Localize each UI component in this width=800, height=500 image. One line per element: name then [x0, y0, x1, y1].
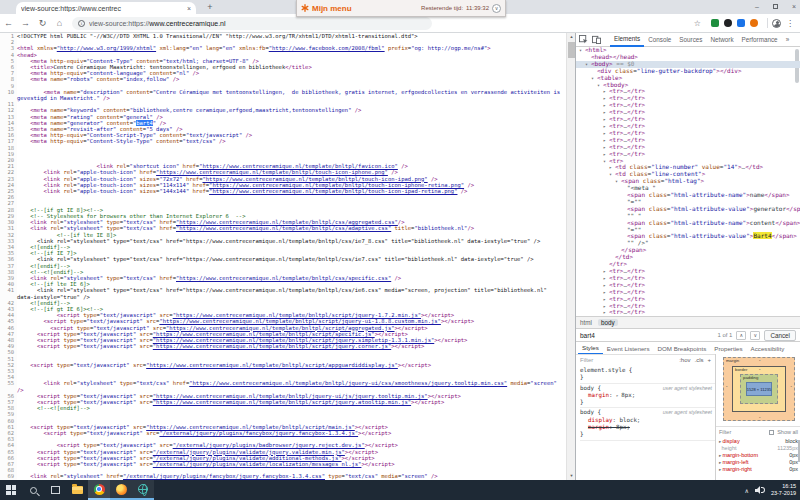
find-cancel-button[interactable]: Cancel: [764, 330, 796, 341]
address-bar[interactable]: i view-source:https://www.centreceramiqu…: [72, 17, 432, 30]
breadcrumb-item-body[interactable]: body: [598, 319, 618, 326]
dom-tree-row[interactable]: ▸<tr>…</tr>: [576, 309, 800, 316]
back-icon[interactable]: ←: [0, 18, 17, 28]
view-source-pane[interactable]: 1<!DOCTYPE html PUBLIC "-//W3C//DTD XHTM…: [0, 33, 566, 480]
dom-tree-row[interactable]: ▾<span class="html-tag">: [576, 178, 800, 185]
tree-token: "html-attribute-name": [670, 219, 746, 226]
styles-tab-accessibility[interactable]: Accessibility: [747, 342, 789, 355]
reload-icon[interactable]: ↻: [34, 18, 51, 28]
show-all-checkbox[interactable]: [769, 430, 774, 435]
timer-dropdown-icon[interactable]: ∨: [492, 4, 501, 13]
search-icon: [30, 487, 37, 494]
extension-icon-4[interactable]: [750, 19, 758, 27]
bookmark-star-icon[interactable]: ☆: [694, 19, 701, 28]
screen: view-source:https://www.centrec × + – × …: [0, 0, 800, 500]
computed-property-row[interactable]: ▸ margin-left0px: [719, 459, 798, 466]
profile-avatar[interactable]: [772, 19, 781, 28]
computed-property-row[interactable]: height11235px: [719, 445, 798, 452]
taskbar-search-button[interactable]: [22, 480, 44, 500]
css-property[interactable]: margin: ▸ 8px;: [580, 392, 715, 399]
dom-tree[interactable]: ▾<html> <head></head>▾<body> == $0 <div …: [576, 47, 800, 316]
browser-app-taskbar-button[interactable]: [132, 480, 154, 500]
task-view-button[interactable]: [44, 480, 66, 500]
dom-tree-row[interactable]: <span class="html-attribute-name">name</…: [576, 192, 800, 199]
dom-tree-row[interactable]: <span class="html-attribute-value">gener…: [576, 206, 800, 213]
extension-icon-2[interactable]: [724, 19, 732, 27]
volume-icon[interactable]: [755, 486, 765, 494]
dom-tree-row[interactable]: <span class="html-attribute-value">Bart4…: [576, 233, 800, 240]
page-scrollbar[interactable]: ▲ ▼: [566, 33, 575, 480]
rule-close-brace: }: [580, 399, 715, 406]
new-style-rule-icon[interactable]: +: [707, 357, 711, 363]
folder-icon: [72, 486, 83, 494]
dom-tree-row[interactable]: <span class="html-attribute-name">conten…: [576, 220, 800, 227]
page-info-icon[interactable]: i: [78, 20, 85, 27]
computed-filter-row: Filter Show all: [716, 426, 800, 437]
devtools-tab-sources[interactable]: Sources: [675, 33, 706, 47]
computed-filter-input[interactable]: Filter: [719, 429, 731, 435]
devtools-tab-bar: ElementsConsoleSourcesNetworkPerformance…: [576, 33, 800, 47]
computed-property-row[interactable]: ▸ margin-right0px: [719, 466, 798, 473]
source-line: 55 <link rel="stylesheet" type="text/css…: [0, 380, 566, 392]
computed-property-row[interactable]: ▸ margin-bottom0px: [719, 452, 798, 459]
browser-tab[interactable]: view-source:https://www.centrec ×: [16, 2, 196, 14]
mijn-menu-widget[interactable]: Mijn menu Resterende tijd: 11:39:32 ∨: [296, 0, 506, 17]
extension-icon-3[interactable]: [737, 19, 745, 27]
close-button[interactable]: ×: [792, 3, 796, 10]
start-button[interactable]: [0, 480, 22, 500]
css-property[interactable]: margin: 8px;: [580, 424, 715, 431]
css-property[interactable]: display: block;: [580, 417, 715, 424]
windows-logo-icon: [6, 485, 16, 495]
new-tab-button[interactable]: +: [204, 1, 216, 13]
devtools-tab--[interactable]: »: [782, 33, 794, 47]
pseudo-state-button[interactable]: :hov: [679, 357, 690, 363]
rule-origin: user agent stylesheet: [663, 385, 715, 392]
devtools-tab-performance[interactable]: Performance: [738, 33, 782, 47]
inspect-element-icon[interactable]: [578, 34, 589, 45]
dom-breadcrumb: htmlbody: [576, 316, 800, 328]
style-rule[interactable]: body {user agent stylesheetdisplay: bloc…: [580, 408, 715, 440]
tree-token: </tr>: [627, 308, 645, 315]
class-toggle-button[interactable]: .cls: [694, 357, 703, 363]
styles-tab-properties[interactable]: Properties: [710, 342, 746, 355]
style-rule[interactable]: element.style {}: [580, 366, 715, 384]
line-number: 41: [0, 287, 17, 299]
device-toolbar-icon[interactable]: [591, 34, 602, 45]
maximize-button[interactable]: [773, 4, 778, 9]
breadcrumb-item-html[interactable]: html: [580, 319, 592, 326]
computed-property-row[interactable]: ▸ displayblock: [719, 438, 798, 445]
extension-icon-1[interactable]: [711, 19, 719, 27]
file-explorer-button[interactable]: [66, 480, 88, 500]
style-rule[interactable]: body {user agent stylesheetmargin: ▸ 8px…: [580, 384, 715, 409]
styles-tab-event-listeners[interactable]: Event Listeners: [603, 342, 654, 355]
box-model-diagram[interactable]: margin - - - - border - padding 1528 × 1…: [716, 354, 800, 426]
devtools-tab-console[interactable]: Console: [644, 33, 675, 47]
scrollbar-thumb[interactable]: [568, 42, 575, 58]
find-next-icon[interactable]: ∨: [750, 331, 760, 340]
rule-selector: body {: [580, 409, 601, 416]
chrome-icon: [94, 484, 105, 495]
find-previous-icon[interactable]: ∧: [736, 331, 746, 340]
find-input[interactable]: bart4: [580, 332, 713, 339]
styles-tab-dom-breakpoints[interactable]: DOM Breakpoints: [654, 342, 711, 355]
dom-tree-row[interactable]: "" />": [576, 240, 800, 247]
styles-tab-styles[interactable]: Styles: [578, 342, 603, 355]
globe-icon: [138, 484, 148, 494]
devtools-tab-network[interactable]: Network: [706, 33, 737, 47]
minimize-button[interactable]: –: [755, 3, 759, 10]
forward-icon[interactable]: →: [17, 18, 34, 28]
tab-close-icon[interactable]: ×: [187, 5, 191, 12]
computed-properties-list[interactable]: ▸ displayblock height11235px▸ margin-bot…: [716, 437, 800, 474]
tray-chevron-icon[interactable]: ∧: [745, 487, 749, 494]
window-controls: – ×: [755, 0, 796, 13]
style-rules-pane[interactable]: element.style {}body {user agent stylesh…: [576, 365, 715, 480]
styles-filter-input[interactable]: Filter: [580, 357, 593, 363]
chrome-taskbar-button[interactable]: [88, 480, 110, 500]
devtools-tab-elements[interactable]: Elements: [610, 33, 644, 47]
taskbar-clock[interactable]: 16:15 23-7-2019: [771, 483, 796, 497]
browser-menu-icon[interactable]: ⋮: [786, 19, 794, 28]
dom-tree-row[interactable]: </span>: [576, 247, 800, 254]
tree-token: "line-gutter-backdrop": [637, 67, 716, 74]
home-icon[interactable]: ⌂: [51, 18, 68, 28]
firefox-taskbar-button[interactable]: [110, 480, 132, 500]
